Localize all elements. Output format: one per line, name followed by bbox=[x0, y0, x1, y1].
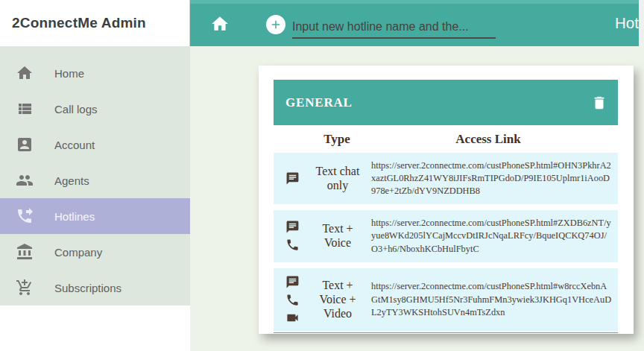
row-type-icons bbox=[277, 275, 308, 325]
sidebar-item-home[interactable]: Home bbox=[0, 55, 190, 91]
sidebar-item-label: Company bbox=[54, 246, 102, 259]
trash-icon[interactable] bbox=[591, 95, 607, 111]
access-link[interactable]: https://server.2connectme.com/custPhoneS… bbox=[367, 159, 615, 197]
page-title-clip: Hotlines bbox=[612, 0, 639, 46]
access-link[interactable]: https://server.2connectme.com/custPhoneS… bbox=[367, 217, 615, 255]
add-hotline-button[interactable] bbox=[266, 15, 285, 34]
sidebar-item-call-logs[interactable]: Call logs bbox=[0, 91, 190, 127]
sidebar-item-agents[interactable]: Agents bbox=[0, 162, 190, 198]
app-window: 2ConnectMe Admin Home Call logs Account bbox=[0, 0, 644, 351]
row-type-label: Text chat only bbox=[308, 165, 367, 193]
call-logs-icon bbox=[16, 100, 34, 118]
hotline-name: GENERAL bbox=[285, 95, 353, 110]
column-header-type: Type bbox=[274, 132, 400, 147]
sidebar-item-account[interactable]: Account bbox=[0, 127, 190, 162]
sidebar-item-label: Home bbox=[54, 67, 84, 80]
chat-icon bbox=[285, 171, 300, 186]
agents-icon bbox=[16, 171, 34, 189]
row-type-label: Text + Voice + Video bbox=[308, 279, 367, 321]
account-icon bbox=[16, 136, 34, 154]
new-hotline-name-input[interactable] bbox=[292, 16, 496, 39]
column-header-access-link: Access Link bbox=[400, 132, 576, 147]
home-icon[interactable] bbox=[210, 14, 230, 34]
scrollbar-track[interactable] bbox=[639, 0, 644, 46]
sidebar-item-hotlines[interactable]: Hotlines bbox=[0, 198, 190, 234]
sidebar-header: 2ConnectMe Admin bbox=[0, 0, 190, 46]
hotline-card: GENERAL Type Access Link Text chat only … bbox=[259, 66, 634, 334]
row-type-icons bbox=[277, 159, 308, 197]
table-row: Text + Voice https://server.2connectme.c… bbox=[274, 210, 618, 262]
row-type-label: Text + Voice bbox=[308, 222, 367, 250]
page-title: Hotlines bbox=[612, 14, 639, 32]
table-row: Text + Voice + Video https://server.2con… bbox=[274, 268, 618, 332]
sidebar-item-label: Call logs bbox=[54, 103, 98, 116]
plus-icon bbox=[269, 18, 282, 31]
access-link[interactable]: https://server.2connectme.com/custPhoneS… bbox=[367, 280, 615, 318]
topbar-highlight bbox=[190, 0, 639, 4]
chat-icon bbox=[285, 275, 300, 289]
chat-icon bbox=[285, 220, 300, 234]
add-cart-icon bbox=[16, 279, 34, 297]
home-icon bbox=[16, 64, 34, 82]
sidebar-item-label: Subscriptions bbox=[54, 282, 121, 294]
phone-forwarded-icon bbox=[16, 207, 34, 225]
row-type-icons bbox=[277, 217, 308, 255]
sidebar-item-label: Agents bbox=[54, 174, 89, 187]
table-row: Text chat only https://server.2connectme… bbox=[274, 153, 618, 204]
sidebar-item-label: Account bbox=[54, 139, 95, 151]
main-content: GENERAL Type Access Link Text chat only … bbox=[190, 46, 644, 351]
sidebar-item-company[interactable]: Company bbox=[0, 234, 190, 270]
bank-icon bbox=[16, 243, 34, 261]
table-header: Type Access Link bbox=[274, 125, 618, 153]
divider bbox=[274, 332, 618, 333]
phone-icon bbox=[285, 293, 300, 307]
app-title: 2ConnectMe Admin bbox=[12, 15, 146, 31]
sidebar-item-subscriptions[interactable]: Subscriptions bbox=[0, 270, 190, 306]
sidebar: Home Call logs Account Agents Hotlines bbox=[0, 46, 190, 306]
video-icon bbox=[285, 311, 300, 325]
phone-icon bbox=[285, 238, 300, 252]
topbar: Hotlines bbox=[190, 0, 639, 46]
sidebar-item-label: Hotlines bbox=[54, 210, 95, 223]
hotline-card-header: GENERAL bbox=[274, 80, 618, 125]
